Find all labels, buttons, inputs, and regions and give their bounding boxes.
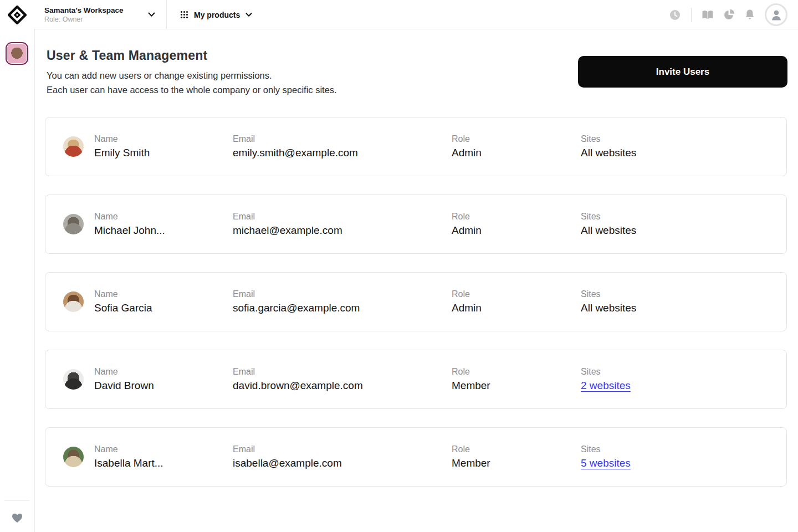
top-bar: Samanta’s Workspace Role: Owner My produ… [0,0,798,29]
role-label: Role [452,289,581,299]
workspace-role: Role: Owner [44,16,124,23]
user-avatar [63,369,84,390]
email-label: Email [233,367,452,377]
sites-column: Sites 2 websites [581,367,786,392]
docs-book-icon[interactable] [702,9,714,21]
sidebar-profile-avatar[interactable] [6,42,28,65]
page-header: User & Team Management You can add new u… [35,29,798,97]
role-label: Role [452,367,581,377]
email-column: Email isabella@example.com [233,444,452,469]
sidebar-divider [4,500,29,501]
workspace-name: Samanta’s Workspace [44,6,124,14]
sites-column: Sites All websites [581,212,786,237]
user-name: Isabella Mart... [94,457,233,469]
sites-label: Sites [581,212,786,222]
role-column: Role Admin [452,212,581,237]
name-column: Name David Brown [94,367,233,392]
name-column: Name Emily Smith [94,134,233,159]
user-role: Member [452,380,581,392]
workspace-selector[interactable]: Samanta’s Workspace Role: Owner [34,6,166,23]
email-label: Email [233,444,452,454]
users-list: Name Emily Smith Email emily.smith@examp… [35,117,798,487]
icon-divider [691,8,692,22]
name-label: Name [94,134,233,144]
role-column: Role Member [452,444,581,469]
user-row: Name Michael John... Email michael@examp… [45,195,787,254]
chevron-down-icon [245,13,252,17]
name-label: Name [94,289,233,299]
user-email: sofia.garcia@example.com [233,302,452,314]
name-column: Name Sofia Garcia [94,289,233,314]
user-row: Name Isabella Mart... Email isabella@exa… [45,427,787,487]
sites-column: Sites 5 websites [581,444,786,469]
usage-pie-icon[interactable] [723,9,735,21]
topbar-actions [669,3,798,26]
user-avatar [63,291,84,312]
user-email: david.brown@example.com [233,380,452,392]
role-column: Role Member [452,367,581,392]
role-label: Role [452,134,581,144]
email-column: Email david.brown@example.com [233,367,452,392]
user-sites: All websites [581,302,786,314]
user-avatar [63,214,84,234]
email-label: Email [233,289,452,299]
name-label: Name [94,367,233,377]
my-products-label: My products [194,11,240,19]
app-logo[interactable] [0,6,34,24]
sites-label: Sites [581,367,786,377]
user-avatar [63,447,84,467]
email-column: Email michael@example.com [233,212,452,237]
sites-label: Sites [581,289,786,299]
role-column: Role Admin [452,289,581,314]
favorites-heart-icon[interactable] [12,513,23,525]
role-label: Role [452,444,581,454]
user-name: Emily Smith [94,147,233,159]
sidebar-profile-photo [7,44,27,63]
sites-column: Sites All websites [581,289,786,314]
notifications-bell-icon[interactable] [744,9,756,21]
user-role: Admin [452,224,581,237]
my-products-menu[interactable]: My products [167,11,252,19]
user-sites: All websites [581,147,786,159]
role-column: Role Admin [452,134,581,159]
user-row: Name Sofia Garcia Email sofia.garcia@exa… [45,272,787,331]
email-label: Email [233,212,452,222]
user-email: isabella@example.com [233,457,452,469]
user-name: David Brown [94,380,233,392]
email-label: Email [233,134,452,144]
user-row: Name David Brown Email david.brown@examp… [45,350,787,409]
user-avatar [63,136,84,157]
account-avatar-button[interactable] [765,3,787,26]
page-subtitle-line1: You can add new users or change existing… [47,68,337,83]
user-sites[interactable]: 5 websites [581,457,786,469]
page-subtitle-line2: Each user can have access to the whole c… [47,83,337,97]
user-email: emily.smith@example.com [233,147,452,159]
role-label: Role [452,212,581,222]
chevron-down-icon [148,12,155,17]
user-sites: All websites [581,224,786,237]
user-role: Admin [452,147,581,159]
page-title: User & Team Management [47,48,337,63]
email-column: Email emily.smith@example.com [233,134,452,159]
email-column: Email sofia.garcia@example.com [233,289,452,314]
main-content: User & Team Management You can add new u… [35,29,798,532]
name-label: Name [94,212,233,222]
name-column: Name Isabella Mart... [94,444,233,469]
history-icon[interactable] [669,9,681,21]
title-block: User & Team Management You can add new u… [47,48,337,97]
user-role: Member [452,457,581,469]
sites-column: Sites All websites [581,134,786,159]
invite-users-button[interactable]: Invite Users [578,56,787,88]
name-column: Name Michael John... [94,212,233,237]
name-label: Name [94,444,233,454]
grid-dots-icon [180,11,188,19]
user-name: Michael John... [94,224,233,237]
brand-logo-icon [8,6,27,24]
user-role: Admin [452,302,581,314]
sidebar [0,29,35,532]
person-icon [770,9,782,21]
user-sites[interactable]: 2 websites [581,380,786,392]
user-row: Name Emily Smith Email emily.smith@examp… [45,117,787,176]
user-name: Sofia Garcia [94,302,233,314]
sites-label: Sites [581,444,786,454]
